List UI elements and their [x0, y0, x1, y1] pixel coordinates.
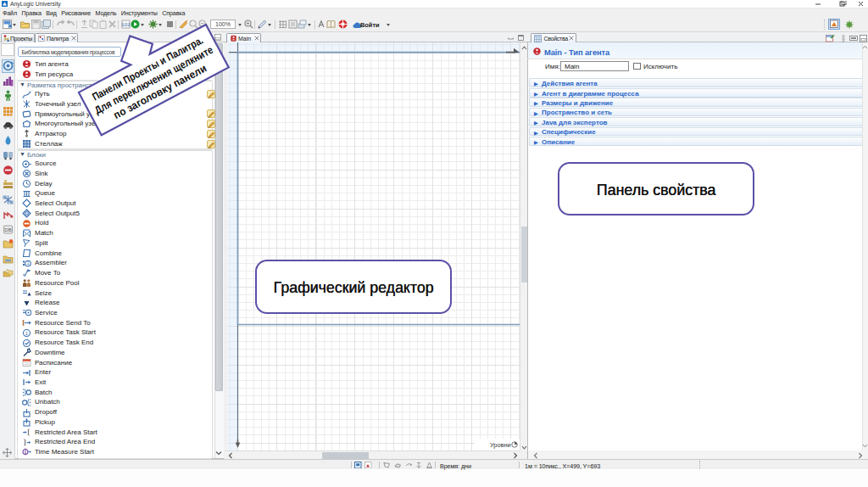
svg-text:1: 1 — [26, 260, 29, 266]
svg-text:1: 1 — [25, 330, 29, 335]
svg-text:DB: DB — [4, 227, 11, 232]
svg-text:101: 101 — [121, 22, 131, 28]
